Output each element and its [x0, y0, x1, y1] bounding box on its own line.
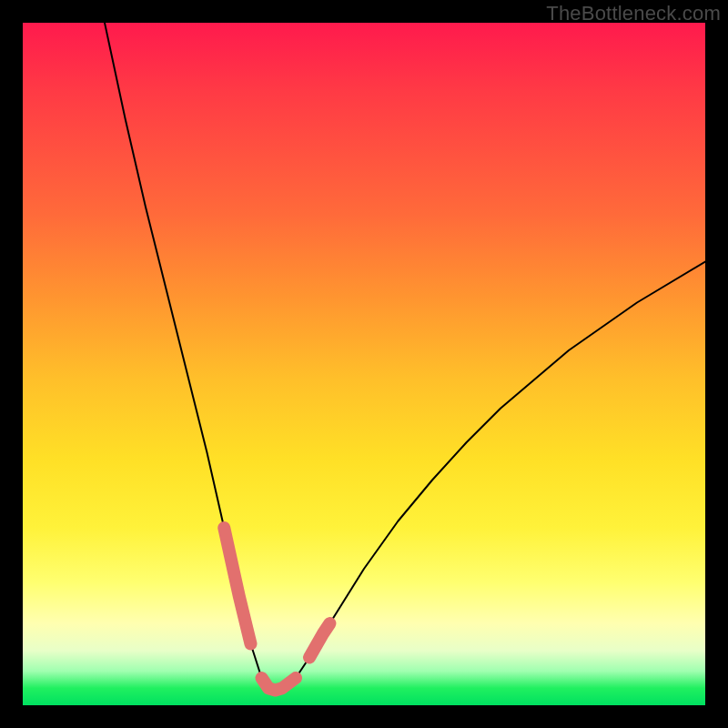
highlight-left: [224, 528, 250, 644]
bottleneck-curve-path: [105, 23, 705, 691]
watermark-text: TheBottleneck.com: [546, 2, 721, 25]
chart-frame: TheBottleneck.com: [0, 0, 728, 728]
highlight-bottom: [262, 678, 297, 691]
chart-svg: [23, 23, 705, 705]
highlight-right: [309, 623, 330, 658]
chart-plot-area: [23, 23, 705, 705]
